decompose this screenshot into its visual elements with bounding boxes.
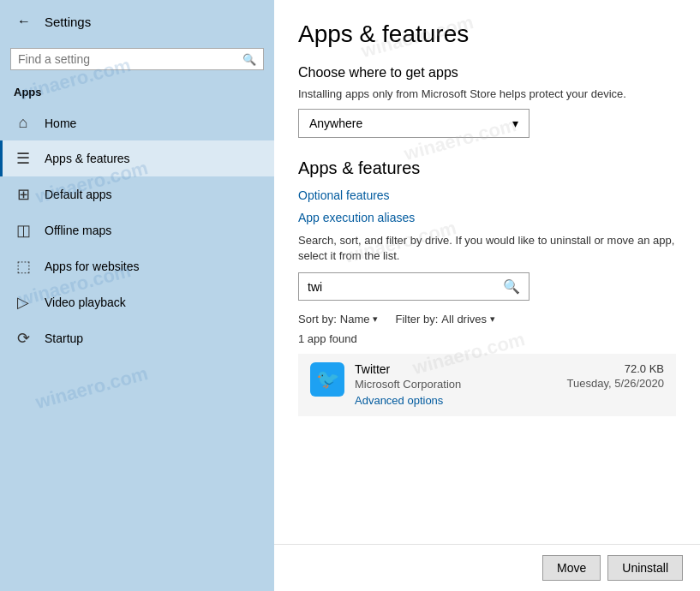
sidebar-item-label: Apps for websites [45,260,140,273]
sidebar-item-startup[interactable]: ⟳ Startup [0,320,274,356]
startup-icon: ⟳ [14,329,33,348]
twitter-bird-icon: 🐦 [316,368,339,391]
sidebar-item-label: Startup [45,331,83,345]
sort-by-dropdown[interactable]: Sort by: Name ▾ [298,313,378,325]
sidebar-section-label: Apps [0,81,274,105]
app-search-input[interactable] [308,280,503,294]
helper-text: Installing apps only from Microsoft Stor… [298,87,676,100]
sidebar-item-label: Video playback [45,296,126,309]
apps-websites-icon: ⬚ [14,257,33,276]
choose-apps-subtitle: Choose where to get apps [298,65,676,81]
search-icon: 🔍 [242,53,256,66]
default-apps-icon: ⊞ [14,185,33,204]
video-playback-icon: ▷ [14,293,33,312]
sidebar-item-apps-features[interactable]: ☰ Apps & features [0,140,274,176]
filter-by-dropdown[interactable]: Filter by: All drives ▾ [395,313,495,325]
app-execution-link[interactable]: App execution aliases [298,211,676,224]
move-button[interactable]: Move [542,555,601,581]
sort-value: Name [340,313,370,325]
sidebar-item-label: Home [45,116,76,130]
source-dropdown[interactable]: Anywhere ▾ [298,109,529,138]
sidebar-item-video-playback[interactable]: ▷ Video playback [0,284,274,320]
sidebar-item-offline-maps[interactable]: ◫ Offline maps [0,212,274,248]
filter-label: Filter by: [395,313,438,325]
sidebar-item-default-apps[interactable]: ⊞ Default apps [0,176,274,212]
home-icon: ⌂ [14,114,33,132]
page-title: Apps & features [298,21,676,48]
app-size: 72.0 KB [567,362,664,375]
app-info: Twitter Microsoft Corporation Advanced o… [355,362,557,408]
offline-maps-icon: ◫ [14,221,33,240]
apps-features-icon: ☰ [14,149,33,168]
watermark: winaero.com [33,362,151,414]
main-content: winaero.com winaero.com winaero.com wina… [274,0,700,591]
sidebar-search-input[interactable] [18,52,242,66]
result-count: 1 app found [298,332,676,345]
bottom-action-bar: Move Uninstall [274,544,700,591]
optional-features-link[interactable]: Optional features [298,188,676,202]
back-button[interactable]: ← [14,10,34,33]
sidebar-item-home[interactable]: ⌂ Home [0,105,274,140]
sort-label: Sort by: [298,313,337,325]
sidebar-item-label: Apps & features [45,152,130,165]
filter-row: Sort by: Name ▾ Filter by: All drives ▾ [298,313,676,325]
filter-chevron-icon: ▾ [490,313,495,325]
sidebar: ← Settings 🔍 Apps ⌂ Home ☰ Apps & featur… [0,0,274,591]
chevron-down-icon: ▾ [512,116,518,130]
filter-value: All drives [441,313,487,325]
sidebar-item-apps-websites[interactable]: ⬚ Apps for websites [0,248,274,284]
advanced-options-link[interactable]: Advanced options [355,394,443,407]
app-search-box[interactable]: 🔍 [298,272,529,301]
sidebar-item-label: Default apps [45,188,112,201]
sort-chevron-icon: ▾ [373,313,378,325]
app-date: Tuesday, 5/26/2020 [567,377,664,390]
sidebar-search-box[interactable]: 🔍 [10,48,264,70]
app-icon-twitter: 🐦 [310,362,344,397]
sidebar-title: Settings [45,15,91,29]
app-card-twitter[interactable]: 🐦 Twitter Microsoft Corporation Advanced… [298,354,676,416]
app-name: Twitter [355,362,557,376]
search-description: Search, sort, and filter by drive. If yo… [298,233,676,264]
search-icon: 🔍 [503,278,520,295]
sidebar-item-label: Offline maps [45,224,111,237]
dropdown-value: Anywhere [309,116,362,130]
app-publisher: Microsoft Corporation [355,378,557,391]
uninstall-button[interactable]: Uninstall [607,555,683,581]
apps-features-title: Apps & features [298,158,676,178]
app-size-info: 72.0 KB Tuesday, 5/26/2020 [567,362,664,390]
sidebar-header: ← Settings [0,0,274,43]
